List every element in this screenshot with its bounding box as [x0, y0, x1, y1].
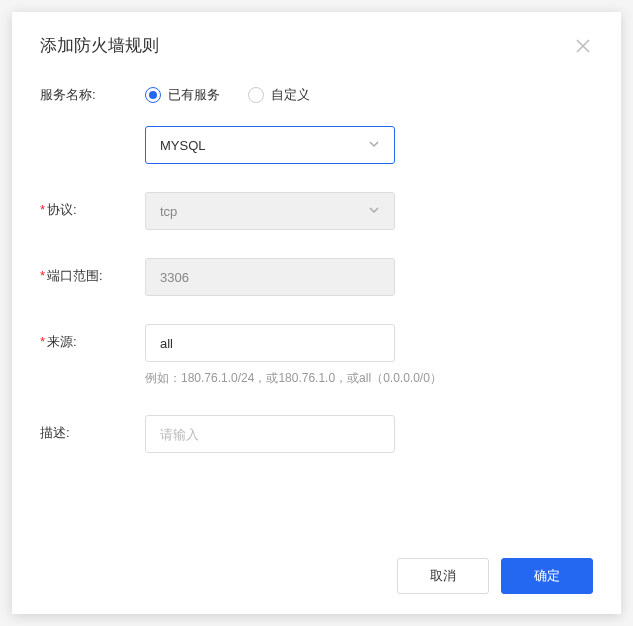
service-name-content: 已有服务 自定义 MYSQL [145, 77, 593, 164]
protocol-select[interactable]: tcp [145, 192, 395, 230]
service-select-value: MYSQL [160, 138, 206, 153]
close-button[interactable] [573, 36, 593, 56]
protocol-label: *协议: [40, 192, 145, 219]
confirm-button[interactable]: 确定 [501, 558, 593, 594]
modal-header: 添加防火墙规则 [12, 12, 621, 67]
source-row: *来源: [40, 324, 593, 362]
service-name-row: 服务名称: 已有服务 自定义 MYSQL [40, 77, 593, 164]
radio-unchecked-icon [248, 87, 264, 103]
service-select[interactable]: MYSQL [145, 126, 395, 164]
radio-custom-label: 自定义 [271, 86, 310, 104]
description-label: 描述: [40, 415, 145, 442]
source-label: *来源: [40, 324, 145, 351]
modal-body: 服务名称: 已有服务 自定义 MYSQL [12, 67, 621, 544]
modal-footer: 取消 确定 [12, 544, 621, 614]
service-radio-group: 已有服务 自定义 [145, 77, 593, 104]
service-name-label: 服务名称: [40, 77, 145, 104]
port-range-label: *端口范围: [40, 258, 145, 285]
firewall-rule-modal: 添加防火墙规则 服务名称: 已有服务 自定义 [12, 12, 621, 614]
port-range-input[interactable] [145, 258, 395, 296]
cancel-button[interactable]: 取消 [397, 558, 489, 594]
protocol-row: *协议: tcp [40, 192, 593, 230]
source-input[interactable] [145, 324, 395, 362]
description-input[interactable] [145, 415, 395, 453]
source-hint: 例如：180.76.1.0/24，或180.76.1.0，或all（0.0.0.… [145, 370, 593, 387]
chevron-down-icon [368, 138, 380, 153]
description-row: 描述: [40, 415, 593, 453]
radio-existing-service[interactable]: 已有服务 [145, 86, 220, 104]
cancel-button-label: 取消 [430, 567, 456, 585]
port-range-row: *端口范围: [40, 258, 593, 296]
protocol-select-value: tcp [160, 204, 177, 219]
radio-existing-label: 已有服务 [168, 86, 220, 104]
confirm-button-label: 确定 [534, 567, 560, 585]
modal-title: 添加防火墙规则 [40, 34, 159, 57]
radio-custom-service[interactable]: 自定义 [248, 86, 310, 104]
radio-checked-icon [145, 87, 161, 103]
chevron-down-icon [368, 204, 380, 219]
close-icon [576, 39, 590, 53]
